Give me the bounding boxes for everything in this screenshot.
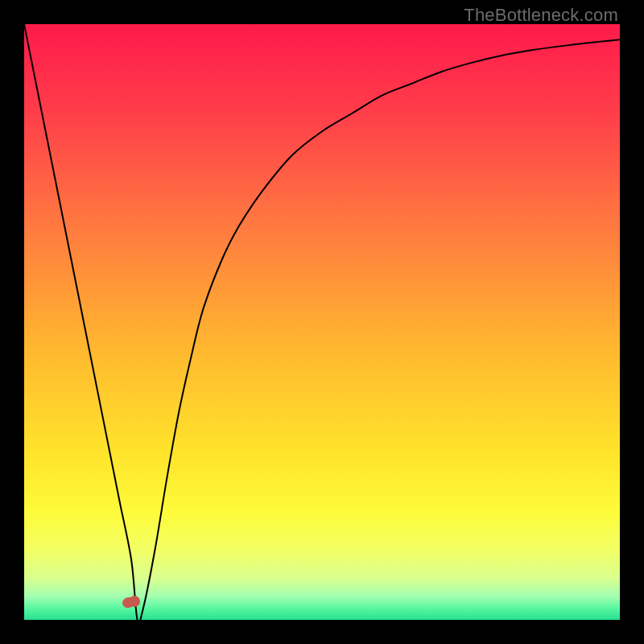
plot-area <box>24 24 620 620</box>
bottleneck-curve <box>24 24 620 620</box>
chart-frame: TheBottleneck.com <box>0 0 644 644</box>
watermark-text: TheBottleneck.com <box>464 5 618 26</box>
